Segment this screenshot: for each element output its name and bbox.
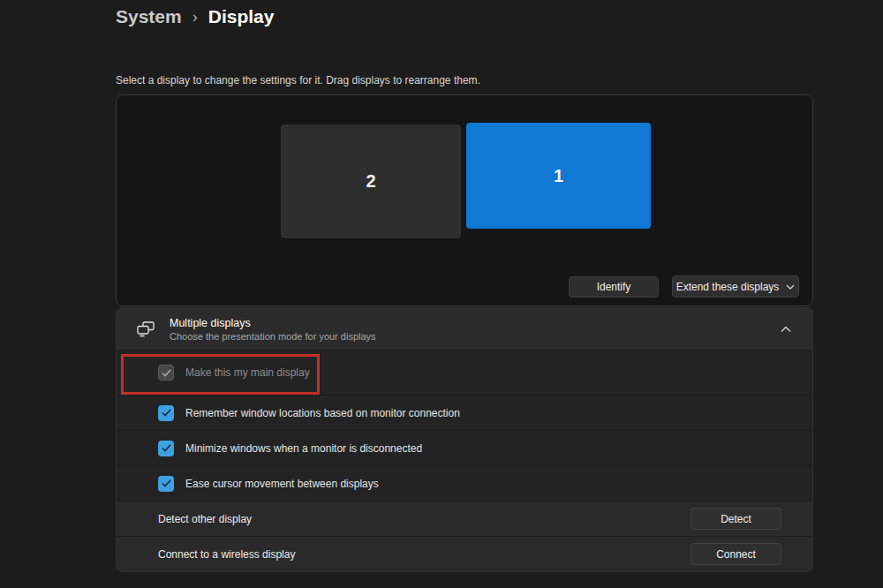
connect-wireless-display-label: Connect to a wireless display — [158, 548, 295, 561]
settings-display-page: System › Display Select a display to cha… — [0, 0, 883, 588]
chevron-up-icon[interactable] — [781, 326, 791, 333]
option-row-remember-window-locations: Remember window locations based on monit… — [117, 395, 812, 430]
detect-other-display-row: Detect other display Detect — [117, 501, 812, 536]
display-2-number: 2 — [366, 171, 375, 192]
multiple-displays-expander[interactable]: Multiple displays Choose the presentatio… — [117, 308, 812, 350]
expander-title: Multiple displays — [170, 317, 376, 329]
extend-displays-label: Extend these displays — [676, 281, 780, 293]
breadcrumb-system[interactable]: System — [116, 6, 182, 27]
option-row-make-main-display: Make this my main display — [117, 350, 812, 395]
checkmark-icon — [162, 444, 171, 452]
option-label: Remember window locations based on monit… — [185, 407, 460, 419]
multiple-displays-icon — [136, 320, 155, 338]
detect-button[interactable]: Detect — [691, 508, 781, 530]
breadcrumb: System › Display — [116, 6, 274, 27]
checkmark-icon — [162, 409, 171, 417]
option-label: Minimize windows when a monitor is disco… — [185, 442, 422, 455]
ease-cursor-movement-checkbox[interactable] — [158, 476, 174, 492]
option-row-minimize-windows: Minimize windows when a monitor is disco… — [117, 430, 812, 465]
make-main-display-checkbox[interactable] — [158, 365, 174, 381]
display-2-tile[interactable]: 2 — [281, 124, 461, 238]
connect-wireless-display-row: Connect to a wireless display Connect — [117, 536, 812, 571]
identify-button[interactable]: Identify — [569, 276, 659, 298]
expander-subtitle: Choose the presentation mode for your di… — [170, 331, 376, 342]
connect-button[interactable]: Connect — [691, 543, 781, 565]
breadcrumb-chevron-icon: › — [192, 7, 198, 26]
option-label: Ease cursor movement between displays — [185, 478, 379, 490]
chevron-down-icon — [786, 284, 795, 290]
display-1-tile[interactable]: 1 — [466, 123, 651, 229]
minimize-windows-checkbox[interactable] — [158, 441, 174, 456]
display-arrangement-card: 2 1 Identify Extend these displays — [116, 94, 813, 306]
option-row-ease-cursor-movement: Ease cursor movement between displays — [117, 465, 812, 501]
multiple-displays-group: Multiple displays Choose the presentatio… — [116, 307, 813, 572]
remember-window-locations-checkbox[interactable] — [158, 405, 174, 421]
display-1-number: 1 — [554, 166, 563, 186]
page-title: Display — [208, 6, 275, 27]
option-label: Make this my main display — [185, 366, 310, 379]
checkmark-icon — [162, 369, 171, 377]
expander-text: Multiple displays Choose the presentatio… — [170, 317, 376, 342]
detect-other-display-label: Detect other display — [158, 513, 252, 525]
instruction-text: Select a display to change the settings … — [116, 74, 480, 87]
extend-displays-dropdown[interactable]: Extend these displays — [672, 275, 799, 298]
checkmark-icon — [162, 479, 171, 487]
